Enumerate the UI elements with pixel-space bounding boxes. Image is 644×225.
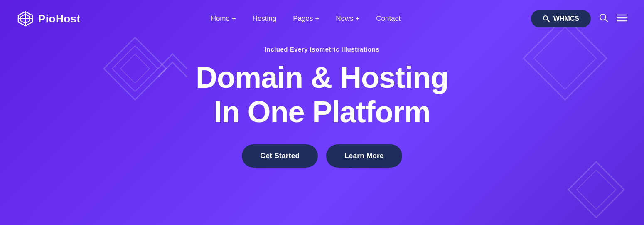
- logo-link[interactable]: PioHost: [17, 10, 81, 27]
- logo-text: PioHost: [38, 12, 81, 25]
- hero-section: PioHost Home + Hosting Pages + News + Co…: [0, 0, 644, 225]
- hero-title-line2: In One Platform: [214, 95, 430, 129]
- hero-title-line1: Domain & Hosting: [196, 61, 448, 94]
- whmcs-label: WHMCS: [553, 15, 579, 22]
- hero-subtitle: Inclued Every Isometric Illustrations: [265, 46, 379, 53]
- nav-item-pages[interactable]: Pages +: [293, 15, 319, 22]
- get-started-button[interactable]: Get Started: [242, 144, 318, 168]
- hero-title: Domain & Hosting In One Platform: [196, 60, 448, 129]
- navbar: PioHost Home + Hosting Pages + News + Co…: [0, 0, 644, 37]
- nav-item-hosting[interactable]: Hosting: [253, 15, 277, 22]
- search-button[interactable]: [599, 13, 608, 25]
- hero-buttons: Get Started Learn More: [242, 144, 402, 168]
- whmcs-button[interactable]: WHMCS: [531, 10, 591, 27]
- learn-more-button[interactable]: Learn More: [326, 144, 402, 168]
- nav-item-contact[interactable]: Contact: [376, 15, 401, 22]
- key-icon: [543, 15, 550, 22]
- hero-content: Inclued Every Isometric Illustrations Do…: [0, 46, 644, 168]
- menu-button[interactable]: [617, 14, 627, 24]
- logo-icon: [17, 10, 34, 27]
- nav-item-news[interactable]: News +: [336, 15, 359, 22]
- svg-line-15: [605, 19, 608, 22]
- hamburger-icon: [617, 14, 627, 22]
- deco-diamond-right-bottom: [565, 158, 627, 221]
- nav-links: Home + Hosting Pages + News + Contact: [211, 15, 401, 23]
- nav-right: WHMCS: [531, 10, 627, 27]
- search-icon: [599, 13, 608, 22]
- nav-item-home[interactable]: Home +: [211, 15, 236, 22]
